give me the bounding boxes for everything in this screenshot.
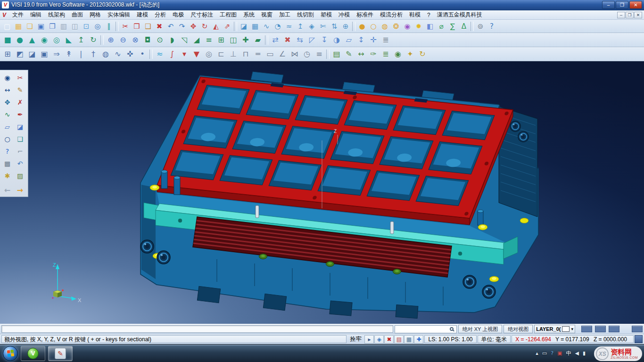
menu-window[interactable]: 视窗 [258,11,276,19]
volume-icon[interactable]: ◀ [575,350,578,356]
chamfer-icon[interactable]: ◹ [178,34,190,46]
support-pillar-icon[interactable]: ⊥ [227,49,239,60]
add-entity-icon[interactable]: ✚ [414,335,423,344]
view-swatch-3-button[interactable] [609,326,619,332]
lighting-icon[interactable]: ✹ [413,21,424,32]
help-docs-icon[interactable]: ? [486,21,497,32]
rotate-icon[interactable]: ↻ [199,21,210,32]
slide-unit-icon[interactable]: ⇒ [50,49,63,60]
cone-solid-icon[interactable]: ▲ [26,34,38,46]
draft-face-icon[interactable]: ◢ [190,34,203,46]
hidden-line-view-icon[interactable]: ◍ [379,21,390,32]
menu-modeling[interactable]: 建模 [133,11,151,19]
datum-axis-icon[interactable]: ↕ [355,34,367,46]
curve-icon[interactable]: ∿ [1,108,14,121]
collision-check-icon[interactable]: ✦ [404,49,416,60]
cylinder-solid-icon[interactable]: ● [14,34,26,46]
insert-block-icon[interactable]: ▣ [38,49,50,60]
mass-properties-icon[interactable]: ∑ [447,21,458,32]
menu-dimension[interactable]: 尺寸标注 [187,11,216,19]
solid-icon[interactable]: ❑ [14,133,26,145]
corner-icon[interactable]: ⌐ [14,145,26,157]
new-file-icon[interactable]: ▢ [1,21,13,32]
image-icon[interactable]: ▨ [14,170,26,182]
menu-drafting[interactable]: 工程图 [216,11,240,19]
sweep-icon[interactable]: ∿ [261,21,272,32]
rail-icon[interactable]: ═ [252,49,264,60]
sketch-icon[interactable]: ✎ [14,84,26,96]
lock-icon[interactable]: ▩ [1,157,14,170]
hole-icon[interactable]: ⊙ [154,34,166,46]
sheet-icon[interactable]: ▱ [1,121,14,133]
print-icon[interactable]: ▥ [58,21,69,32]
open-file-icon[interactable]: ▦ [13,21,24,32]
lock-label[interactable]: 拴牢 [347,335,363,343]
menu-company[interactable]: 潇洒五金模具科技 [434,11,486,19]
clamp-slot-icon[interactable]: ⊏ [215,49,227,60]
blend-icon[interactable]: ◈ [306,21,317,32]
snap-icon[interactable]: ✱ [1,170,14,182]
screw-icon[interactable]: ✜ [124,49,136,60]
sew-icon[interactable]: ✚ [239,34,252,46]
update-model-icon[interactable]: ↻ [416,49,429,60]
boolean-intersect-icon[interactable]: ⊗ [129,34,141,46]
pen-icon[interactable]: ✒ [14,108,26,121]
visi-taskbar-button[interactable]: V [21,346,45,361]
trim-icon[interactable]: ✄ [317,21,329,32]
box-solid-icon[interactable]: ■ [1,34,14,46]
start-button[interactable] [3,346,18,361]
extrude-solid-icon[interactable]: ↥ [75,34,87,46]
annotation-icon[interactable]: ✑ [367,49,380,60]
spring-icon[interactable]: ∿ [112,49,124,60]
menu-wireframe[interactable]: 线架构 [45,11,68,19]
auto-dimension-icon[interactable]: ↔ [355,49,367,60]
search-box[interactable] [395,325,457,333]
wedge-solid-icon[interactable]: ◣ [63,34,75,46]
undo-view-icon[interactable]: ↶ [14,157,26,170]
guide-bush-icon[interactable]: ◍ [99,49,112,60]
stop-pin-icon[interactable]: ⊓ [239,49,252,60]
offset-icon[interactable]: ⇅ [329,21,340,32]
close-button[interactable]: ✕ [629,1,642,9]
save-all-icon[interactable]: ❐ [47,21,58,32]
grid-toggle-icon[interactable]: ▦ [404,335,413,344]
coordinate-system-icon[interactable]: ✛ [367,34,380,46]
mdi-close-button[interactable]: ✕ [634,12,642,18]
torus-solid-icon[interactable]: ◎ [50,34,63,46]
menu-system[interactable]: 系统 [240,11,258,19]
menu-analysis[interactable]: 分析 [151,11,169,19]
wear-plate-icon[interactable]: ▭ [264,49,276,60]
sprue-icon[interactable]: ▼ [190,49,203,60]
cut-icon[interactable]: ✂ [120,21,131,32]
print-preview-icon[interactable]: ◫ [69,21,81,32]
redo-icon[interactable]: ↷ [176,21,188,32]
boolean-subtract-icon[interactable]: ⊖ [117,34,129,46]
search-input[interactable] [395,326,450,332]
mdi-restore-button[interactable]: ❐ [626,12,634,18]
loft-icon[interactable]: ≈ [283,21,295,32]
vent-icon[interactable]: ≡ [313,49,325,60]
extrude-icon[interactable]: ↥ [295,21,306,32]
delete-face-icon[interactable]: ✖ [281,34,294,46]
locating-ring-icon[interactable]: ◎ [203,49,215,60]
runner-icon[interactable]: ∫ [166,49,178,60]
snap-toggle-icon[interactable]: ◈ [374,335,384,344]
move-face-icon[interactable]: ⇄ [269,34,281,46]
layer-selector[interactable]: LAYER_0( ▾ [534,325,575,333]
undo-icon[interactable]: ↶ [165,21,176,32]
prompt-field[interactable] [1,325,393,333]
materials-icon[interactable]: ◉ [402,21,413,32]
query-icon[interactable]: ? [1,145,14,157]
menu-electrode[interactable]: 电极 [169,11,187,19]
dowel-icon[interactable]: • [136,49,149,60]
ejector-pin-icon[interactable]: ∣ [75,49,87,60]
transform-icon[interactable]: ✥ [1,96,14,108]
visibility-icon[interactable]: ◉ [392,49,404,60]
delete-icon[interactable]: ✖ [154,21,165,32]
network-icon[interactable]: ▮ [583,350,586,356]
mirror-icon[interactable]: ◭ [210,21,222,32]
view-swatch-1-button[interactable] [581,326,592,332]
replace-face-icon[interactable]: ⇆ [294,34,306,46]
menu-file[interactable]: 文件 [9,11,27,19]
workplane-icon[interactable]: ◪ [14,121,26,133]
